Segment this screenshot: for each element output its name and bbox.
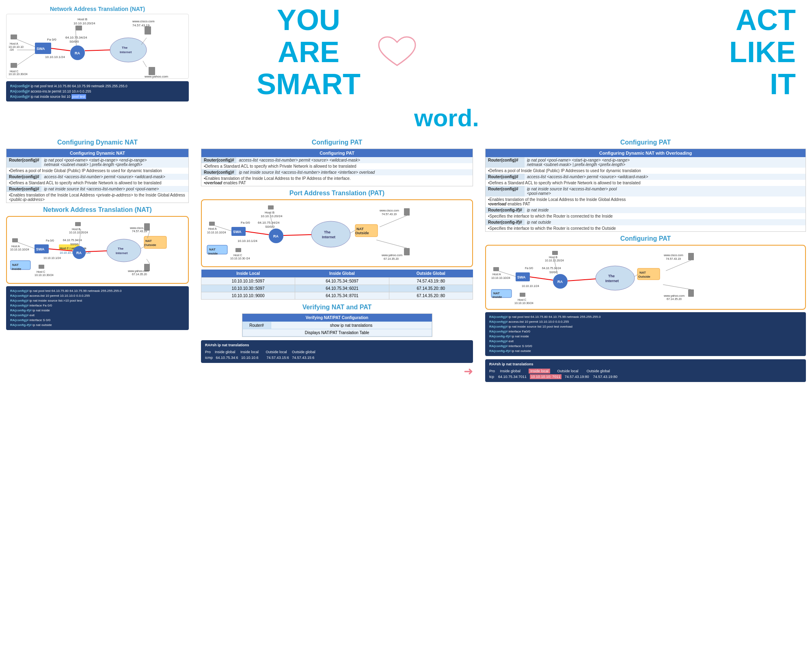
svg-text:SWA: SWA	[36, 247, 45, 251]
table-row: •Specifies the interface to which the Ro…	[486, 213, 806, 219]
center-arrow: ➜	[201, 365, 473, 378]
svg-text:NAT: NAT	[493, 291, 500, 295]
svg-text:67.14.35.20: 67.14.35.20	[384, 257, 399, 260]
svg-text:Outside: Outside	[638, 275, 650, 278]
svg-text:10.10.10.20/24: 10.10.10.20/24	[73, 22, 95, 25]
svg-text:64.10.75.34/24: 64.10.75.34/24	[258, 221, 280, 224]
svg-text:S0/0/0: S0/0/0	[69, 40, 79, 43]
svg-text:RA: RA	[76, 251, 82, 255]
table-row: Router(config)# ip nat inside source lis…	[6, 186, 188, 192]
svg-rect-29	[149, 67, 155, 75]
col-inside-global: Inside Global	[295, 270, 389, 278]
dynamic-nat-title: Configuring Dynamic NAT	[6, 139, 189, 146]
svg-text:SWA: SWA	[37, 47, 45, 51]
top-nat-svg: www.cisco.com 74.57.43.19 Host B 10.10.1…	[6, 14, 189, 79]
svg-text:10.10.10.10/24: 10.10.10.10/24	[207, 231, 226, 234]
svg-text:10.10.10.1/24: 10.10.10.1/24	[43, 257, 61, 259]
table-row: •Enables translation of the Inside Local…	[6, 192, 188, 203]
right-dnat-header: Configuring Dynamic NAT with Overloading	[486, 149, 806, 157]
svg-text:Host B: Host B	[72, 228, 80, 231]
left-cmd-block1: RA(config)# ip nat pool test i4.10.75.80…	[6, 81, 189, 101]
svg-text:64.10.75.34/24: 64.10.75.34/24	[63, 239, 82, 242]
svg-text:10.10.10.30 /24: 10.10.10.30 /24	[230, 257, 250, 260]
svg-point-133	[596, 266, 635, 290]
svg-text:www.yahoo.com: www.yahoo.com	[663, 294, 685, 298]
svg-text:The: The	[122, 46, 128, 50]
svg-rect-119	[493, 267, 499, 271]
motiv-like: LIKE	[485, 36, 796, 68]
svg-text:Host A: Host A	[208, 227, 217, 230]
right-trans-block: RA#sh ip nat translations Pro Inside glo…	[485, 359, 806, 382]
svg-rect-8	[76, 26, 82, 30]
svg-line-154	[663, 285, 691, 289]
right-dnat-table: Router(config)# ip nat pool <pool-name> …	[486, 157, 806, 231]
right-pat-diagram: Host B 10.10.10.20/24 Host A 10.10.10.10…	[485, 245, 806, 310]
table-row: •Defines a Standard ACL to specify which…	[486, 180, 806, 186]
table-row: •Enables translation of the Inside Local…	[486, 196, 806, 207]
verifying-title: Verifying NAT and PAT	[201, 304, 473, 311]
table-row: Router(config)# access-list <access-list…	[201, 157, 473, 163]
motiv-it: IT	[485, 68, 796, 100]
svg-text:Host C: Host C	[37, 270, 45, 273]
table-row: •Enables translation of the Inside Local…	[201, 175, 473, 186]
svg-text:74.57.43.19: 74.57.43.19	[666, 257, 681, 260]
svg-line-34	[143, 61, 147, 67]
motiv-smart: SMART	[257, 68, 361, 100]
svg-line-113	[350, 230, 355, 233]
svg-text:NAT: NAT	[209, 248, 216, 251]
center-data-table: Inside Local Inside Global Outside Globa…	[201, 270, 473, 300]
dynamic-nat-section: Configuring Dynamic NAT Configuring Dyna…	[6, 139, 189, 203]
svg-point-55	[107, 239, 141, 262]
svg-line-93	[246, 231, 269, 235]
svg-text:S0/0/0: S0/0/0	[549, 271, 557, 274]
svg-rect-32	[145, 26, 151, 35]
svg-text:10.10.10.30/24: 10.10.10.30/24	[9, 73, 28, 76]
right-pat-title2: Configuring PAT	[485, 235, 806, 242]
svg-text:NAT: NAT	[12, 263, 19, 267]
svg-text:www.cisco.com: www.cisco.com	[379, 209, 399, 212]
svg-text:74.57.43.19: 74.57.43.19	[382, 213, 397, 216]
svg-text:Inside: Inside	[208, 252, 218, 255]
svg-text:Host A: Host A	[492, 273, 501, 276]
svg-line-151	[568, 279, 596, 281]
svg-text:Host A: Host A	[10, 42, 18, 45]
table-row: •Defines a Standard ACL to specify which…	[201, 163, 473, 169]
table-row: Router(config)# ip nat pool <pool-name> …	[6, 157, 188, 168]
svg-rect-109	[404, 248, 410, 255]
svg-text:Fa 0/0: Fa 0/0	[46, 239, 54, 242]
motiv-word-line: word.	[0, 105, 812, 132]
svg-text:www.cisco.com: www.cisco.com	[663, 254, 683, 257]
center-top-area: YOU ARE SMART	[195, 0, 479, 105]
svg-text:10.10.10.30/24: 10.10.10.30/24	[35, 274, 54, 276]
svg-text:64.10.75.34/24: 64.10.75.34/24	[65, 36, 87, 39]
top-nat-diagram: www.cisco.com 74.57.43.19 Host B 10.10.1…	[6, 14, 189, 79]
svg-point-25	[110, 38, 147, 62]
center-pat-header: Configuring PAT	[201, 149, 473, 157]
svg-rect-142	[520, 293, 525, 297]
svg-text:Host B: Host B	[78, 17, 87, 21]
dynamic-nat-table: Router(config)# ip nat pool <pool-name> …	[6, 157, 188, 203]
svg-text:RA: RA	[273, 234, 279, 238]
svg-text:Fa 0/0: Fa 0/0	[47, 38, 56, 41]
table-row: Router(config)# ip nat inside source lis…	[486, 186, 806, 196]
center-pat-config-box: Configuring PAT Router(config)# access-l…	[201, 149, 473, 186]
motiv-act: ACT	[485, 4, 796, 36]
svg-text:10.10.10.20/24: 10.10.10.20/24	[261, 214, 283, 218]
svg-text:10.10.10.1/24: 10.10.10.1/24	[522, 285, 539, 287]
svg-line-112	[283, 235, 311, 235]
svg-rect-103	[235, 248, 241, 252]
svg-text:Host C: Host C	[233, 254, 242, 257]
svg-text:10.10.10.1/24: 10.10.10.1/24	[238, 239, 257, 243]
svg-rect-108	[404, 208, 410, 216]
verify-header: Verifying NAT/PAT Configuration	[242, 314, 432, 322]
dynamic-nat-config-box: Configuring Dynamic NAT Router(config)# …	[6, 149, 189, 203]
table-row: Router(config)# ip nat inside source lis…	[201, 169, 473, 175]
table-row: Router(config)# access-list <access-list…	[486, 174, 806, 180]
svg-text:The: The	[118, 247, 124, 250]
svg-text:NAT: NAT	[356, 227, 364, 231]
right-pat-svg: Host B 10.10.10.20/24 Host A 10.10.10.10…	[489, 249, 806, 305]
svg-line-91	[215, 226, 231, 231]
center-column: Configuring PAT Configuring PAT Router(c…	[195, 136, 479, 388]
svg-line-23	[51, 48, 70, 51]
svg-text:S0/0/0: S0/0/0	[70, 243, 78, 246]
